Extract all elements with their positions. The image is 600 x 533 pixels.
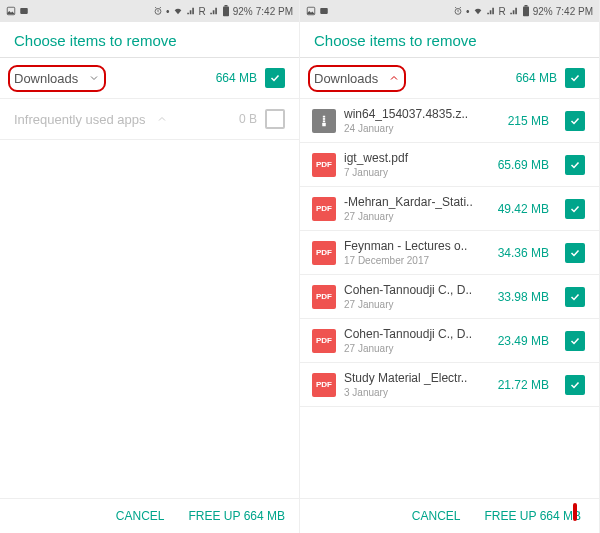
svg-rect-11: [323, 118, 325, 120]
section-downloads[interactable]: Downloads 664 MB: [300, 58, 599, 99]
file-name: Cohen-Tannoudji C., D..: [344, 283, 490, 297]
file-checkbox[interactable]: [565, 375, 585, 395]
svg-rect-6: [320, 8, 328, 14]
svg-rect-1: [20, 8, 28, 14]
infreq-label: Infrequently used apps: [14, 112, 146, 127]
file-name: Feynman - Lectures o..: [344, 239, 490, 253]
roaming-indicator: R: [499, 6, 506, 17]
file-row[interactable]: PDFFeynman - Lectures o..17 December 201…: [300, 231, 599, 275]
pdf-icon: PDF: [312, 197, 336, 221]
file-row[interactable]: PDFigt_west.pdf7 January65.69 MB: [300, 143, 599, 187]
file-row[interactable]: win64_154037.4835.z..24 January215 MB: [300, 99, 599, 143]
downloads-checkbox[interactable]: [565, 68, 585, 88]
signal2-icon: [509, 6, 519, 16]
file-date: 7 January: [344, 167, 490, 178]
pdf-icon: PDF: [312, 329, 336, 353]
page-title: Choose items to remove: [0, 22, 299, 58]
signal-icon: [186, 6, 196, 16]
pdf-icon: PDF: [312, 153, 336, 177]
wifi-icon: [173, 6, 183, 16]
file-name: Cohen-Tannoudji C., D..: [344, 327, 490, 341]
chevron-up-icon: [388, 72, 400, 84]
downloads-label: Downloads: [14, 71, 78, 86]
archive-icon: [312, 109, 336, 133]
file-name: win64_154037.4835.z..: [344, 107, 500, 121]
screen-expanded: • R 92% 7:42 PM Choose items to remove D…: [300, 0, 600, 533]
notif-image-icon: [306, 6, 316, 16]
file-row[interactable]: PDFStudy Material _Electr..3 January21.7…: [300, 363, 599, 407]
cancel-button[interactable]: CANCEL: [412, 509, 461, 523]
signal-icon: [486, 6, 496, 16]
battery-icon: [522, 5, 530, 17]
status-bar: • R 92% 7:42 PM: [0, 0, 299, 22]
svg-rect-13: [322, 122, 326, 126]
downloads-size: 664 MB: [516, 71, 557, 85]
file-date: 27 January: [344, 211, 490, 222]
file-size: 215 MB: [508, 114, 549, 128]
location-icon: •: [466, 6, 470, 17]
clock: 7:42 PM: [556, 6, 593, 17]
file-size: 65.69 MB: [498, 158, 549, 172]
downloads-checkbox[interactable]: [265, 68, 285, 88]
chevron-down-icon: [88, 72, 100, 84]
svg-rect-3: [223, 7, 229, 17]
notif-message-icon: [319, 6, 329, 16]
svg-rect-4: [224, 5, 227, 7]
wifi-icon: [473, 6, 483, 16]
pdf-icon: PDF: [312, 373, 336, 397]
screen-collapsed: • R 92% 7:42 PM Choose items to remove D…: [0, 0, 300, 533]
freeup-button[interactable]: FREE UP 664 MB: [189, 509, 285, 523]
roaming-indicator: R: [199, 6, 206, 17]
file-date: 27 January: [344, 299, 490, 310]
file-size: 49.42 MB: [498, 202, 549, 216]
alarm-icon: [153, 6, 163, 16]
file-list: win64_154037.4835.z..24 January215 MBPDF…: [300, 99, 599, 407]
svg-rect-10: [323, 115, 325, 117]
file-checkbox[interactable]: [565, 243, 585, 263]
battery-icon: [222, 5, 230, 17]
pdf-icon: PDF: [312, 241, 336, 265]
file-size: 21.72 MB: [498, 378, 549, 392]
file-row[interactable]: PDF-Mehran_Kardar-_Stati..27 January49.4…: [300, 187, 599, 231]
file-row[interactable]: PDFCohen-Tannoudji C., D..27 January23.4…: [300, 319, 599, 363]
file-size: 33.98 MB: [498, 290, 549, 304]
file-name: igt_west.pdf: [344, 151, 490, 165]
file-size: 34.36 MB: [498, 246, 549, 260]
file-name: -Mehran_Kardar-_Stati..: [344, 195, 490, 209]
file-date: 27 January: [344, 343, 490, 354]
battery-pct: 92%: [533, 6, 553, 17]
downloads-size: 664 MB: [216, 71, 257, 85]
freeup-button[interactable]: FREE UP 664 MB: [485, 509, 585, 523]
section-downloads[interactable]: Downloads 664 MB: [0, 58, 299, 99]
file-checkbox[interactable]: [565, 155, 585, 175]
notif-message-icon: [19, 6, 29, 16]
file-size: 23.49 MB: [498, 334, 549, 348]
downloads-label: Downloads: [314, 71, 378, 86]
signal2-icon: [209, 6, 219, 16]
footer: CANCEL FREE UP 664 MB: [0, 498, 299, 533]
file-row[interactable]: PDFCohen-Tannoudji C., D..27 January33.9…: [300, 275, 599, 319]
file-checkbox[interactable]: [565, 199, 585, 219]
file-date: 3 January: [344, 387, 490, 398]
location-icon: •: [166, 6, 170, 17]
svg-rect-8: [523, 7, 529, 17]
svg-rect-12: [323, 120, 325, 122]
notif-image-icon: [6, 6, 16, 16]
cancel-button[interactable]: CANCEL: [116, 509, 165, 523]
status-bar: • R 92% 7:42 PM: [300, 0, 599, 22]
file-date: 24 January: [344, 123, 500, 134]
file-name: Study Material _Electr..: [344, 371, 490, 385]
alarm-icon: [453, 6, 463, 16]
footer: CANCEL FREE UP 664 MB: [300, 498, 599, 533]
clock: 7:42 PM: [256, 6, 293, 17]
page-title: Choose items to remove: [300, 22, 599, 58]
svg-rect-9: [524, 5, 527, 7]
pdf-icon: PDF: [312, 285, 336, 309]
file-checkbox[interactable]: [565, 287, 585, 307]
section-infrequent-apps[interactable]: Infrequently used apps 0 B: [0, 99, 299, 140]
file-checkbox[interactable]: [565, 111, 585, 131]
file-date: 17 December 2017: [344, 255, 490, 266]
infreq-checkbox[interactable]: [265, 109, 285, 129]
file-checkbox[interactable]: [565, 331, 585, 351]
chevron-up-icon: [156, 113, 168, 125]
